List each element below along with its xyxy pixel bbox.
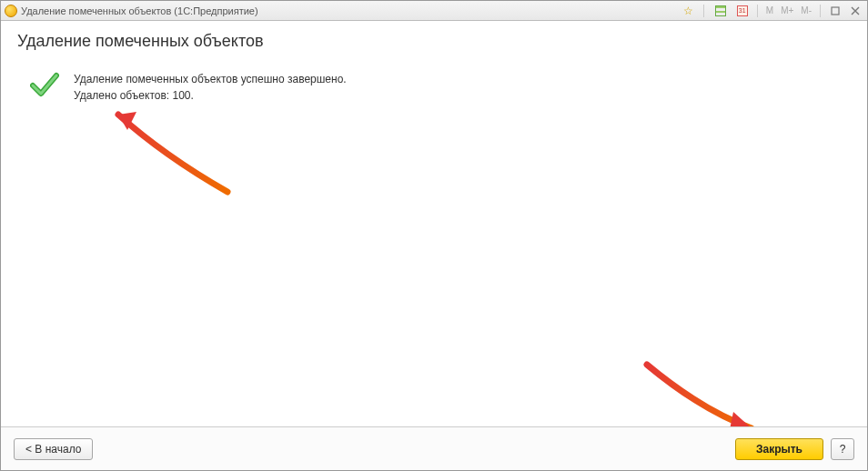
calendar-icon[interactable]	[734, 4, 751, 18]
window-title: Удаление помеченных объектов (1С:Предпри…	[21, 5, 675, 16]
mem-mplus-button[interactable]: M+	[779, 5, 795, 15]
close-icon[interactable]	[847, 5, 863, 17]
page-title: Удаление помеченных объектов	[17, 32, 851, 51]
separator	[820, 5, 821, 17]
back-button[interactable]: < В начало	[14, 438, 93, 460]
calculator-icon[interactable]	[712, 4, 729, 18]
status-text: Удаление помеченных объектов успешно зав…	[74, 71, 347, 104]
status-row: Удаление помеченных объектов успешно зав…	[17, 71, 851, 104]
content-area: Удаление помеченных объектов Удаление по…	[1, 21, 867, 426]
close-button[interactable]: Закрыть	[735, 438, 823, 460]
checkmark-icon	[30, 71, 59, 103]
footer: < В начало Закрыть ?	[1, 426, 867, 470]
status-line-2: Удалено объектов: 100.	[74, 87, 347, 104]
svg-rect-0	[832, 7, 839, 15]
help-button[interactable]: ?	[831, 438, 854, 460]
separator	[757, 5, 758, 17]
status-line-1: Удаление помеченных объектов успешно зав…	[74, 71, 347, 87]
titlebar: Удаление помеченных объектов (1С:Предпри…	[1, 1, 867, 21]
app-icon	[5, 5, 17, 17]
mem-m-button[interactable]: M	[764, 5, 775, 15]
mem-mminus-button[interactable]: M-	[799, 5, 813, 15]
favorite-icon[interactable]: ☆	[681, 4, 697, 18]
maximize-icon[interactable]	[827, 5, 843, 17]
separator	[703, 5, 704, 17]
